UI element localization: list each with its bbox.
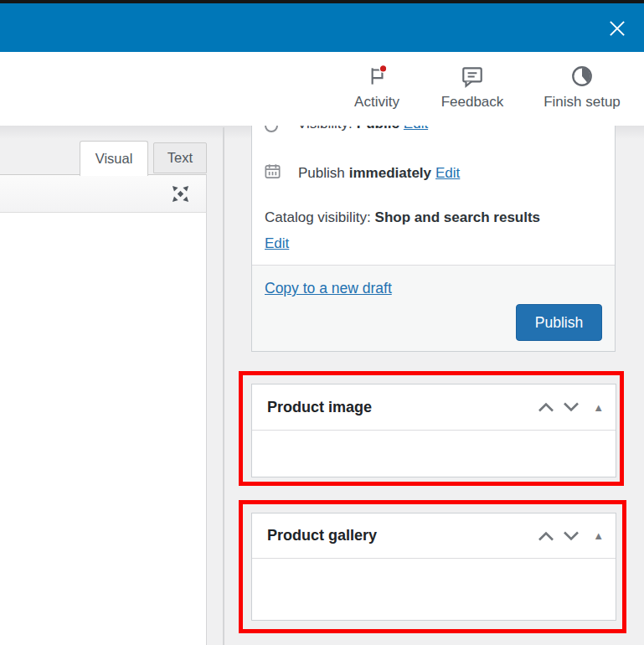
close-button[interactable] [599,10,636,47]
product-gallery-title: Product gallery [267,527,377,544]
product-gallery-panel-header: Product gallery ▲ [252,513,616,559]
copy-to-new-draft-link[interactable]: Copy to a new draft [265,280,392,297]
activity-label: Activity [354,94,399,111]
product-image-title: Product image [267,399,372,416]
move-down-icon[interactable] [563,400,580,414]
feedback-icon [460,64,485,89]
panel-controls: ▲ [538,513,604,558]
move-up-icon[interactable] [538,529,554,543]
publish-button[interactable]: Publish [516,304,602,341]
product-image-panel: Product image ▲ Set product image ? [251,384,616,477]
product-image-panel-header: Product image ▲ [252,384,616,431]
schedule-edit-link[interactable]: Edit [435,165,460,181]
panel-controls: ▲ [538,384,604,430]
finish-setup-button[interactable]: Finish setup [537,64,627,111]
woocommerce-product-edit-screen: Activity Feedback Finish setup Visual Te… [0,0,644,645]
editor-toolbar [0,174,207,212]
activity-button[interactable]: Activity [346,64,408,111]
tab-visual[interactable]: Visual [80,141,148,176]
product-gallery-panel: Product gallery ▲ Add product gallery im… [251,513,616,621]
tab-visual-label: Visual [95,151,133,167]
toggle-panel-icon[interactable]: ▲ [593,530,604,541]
move-up-icon[interactable] [538,400,554,414]
fullscreen-toggle-button[interactable] [167,180,193,207]
header-toolbar: Activity Feedback Finish setup [0,52,644,126]
close-icon [606,18,628,39]
column-separator [223,127,224,645]
calendar-icon [263,162,282,181]
publishing-actions-footer: Copy to a new draft Publish [252,265,615,351]
catalog-visibility-row: Catalog visibility:Shop and search resul… [265,207,540,254]
publish-immediately-text: PublishimmediatelyEdit [298,163,460,183]
expand-arrows-icon [169,183,192,205]
tab-text-label: Text [167,150,193,166]
catalog-edit-link[interactable]: Edit [265,233,289,254]
finish-setup-label: Finish setup [544,94,621,111]
feedback-label: Feedback [441,94,504,111]
publish-panel: Visibility:PublicEdit Publishimmediately… [251,96,616,352]
toggle-panel-icon[interactable]: ▲ [593,402,604,413]
move-down-icon[interactable] [563,529,580,543]
editor-canvas[interactable] [0,212,207,645]
setup-wizard-topbar [0,3,644,52]
unread-badge-dot [379,65,387,73]
activity-icon [364,64,389,89]
tab-text[interactable]: Text [153,142,207,173]
feedback-button[interactable]: Feedback [437,64,507,111]
finish-setup-icon [569,64,595,89]
